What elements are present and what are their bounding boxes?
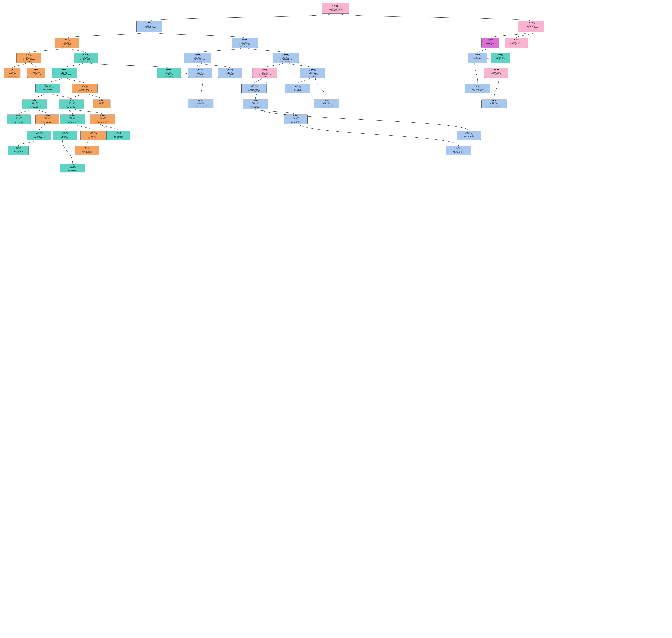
edge-n22-n15b [18,140,36,146]
node-n50: node #50Weight <= -0.44gini = 0.46sample… [184,53,211,63]
node-n51: node #51Height <= -0.5gini = 0.39samples… [188,68,212,78]
edge-n2-n10 [69,48,86,53]
node-n12: Height <= 2.05samples = 5.7%value = [0.1… [35,84,60,93]
edge-n67-n75 [315,78,326,100]
edge-n91-n89 [477,48,488,53]
node-n91: node #91Heightginisamples = 29.5%value =… [481,38,499,48]
edge-n60-n62 [254,78,262,84]
node-n28: node #28Weight <= 0.44gini = 0.44samples… [60,115,85,124]
node-n89: node #89samples = 2.6%value = [0.class =… [468,53,487,63]
node-n62: node #62Height <= -0.58gini = 0.49sample… [242,84,267,93]
node-n15b: node #15gini = 0.0samples = 0.2%value = … [8,146,29,155]
edge-n51-n55 [201,78,203,100]
edge-n3-n9 [31,63,36,68]
edge-n64-n70 [253,108,296,115]
edge-n49-n50 [198,48,242,53]
node-n11: node #11Weight <= -1.09gini = 0.61sample… [52,68,77,78]
edge-n20-n22 [39,123,45,131]
edge-n12-n14 [34,93,45,100]
edge-n29-n32 [63,140,73,164]
edge-n59-n60 [265,63,283,68]
edge-n1-n2 [67,32,147,38]
node-n3: node #3Height <= -1.08gini = 0.19samples… [16,53,41,63]
node-n1: node #1Weight <= -0.74gini = 0.7samples … [136,21,162,32]
edge-n50-n51 [195,63,200,68]
node-n81: node #81gini = 0.0samples = 2.1%value = … [481,100,507,108]
node-n26: node #26Weight <= -1.03gini = 0.49sample… [59,100,84,109]
edge-n11-n25 [67,78,85,84]
edge-n59-n67 [289,63,313,68]
node-n83: node #83gini = 0.0samples = 2.6%value = … [491,53,510,63]
edge-n25-n47 [88,93,102,100]
node-n77: node #77samples = 0.9%value = [1.0, 0.0]… [457,131,481,140]
node-n74: node #74gini = 0.0samples = 3.6%value = … [446,146,471,155]
node-n67: node #67Weight <= -0.04gini = 0.14sample… [300,68,325,78]
node-n8: nWeigHeightsamples = 6.0%value = [0.clas… [4,68,20,78]
edge-n28-n34 [76,123,93,131]
node-n70: node #70Weight <= -0.25gini = 0.02sample… [284,115,308,124]
node-n42: node #42gini = 0.0samples = 0.2%value = … [75,146,99,155]
node-n90: node #90gini = 0.0samples = 9.0%value = … [505,38,528,48]
node-n10: node #10Weight <= -0.82gini = 0.55sample… [73,53,98,63]
edge-n1-n49 [152,32,245,38]
node-n14: node #14Height <= -0.4gini = 0.26samples… [22,100,47,109]
edge-n89-n87 [475,63,478,84]
tree-container: node #0Weight <= 0.13gini = 0.7samples =… [0,0,672,638]
node-n20: node #20Height <= -1.21gini = 0.4samples… [35,115,59,124]
edge-n25-n26 [71,93,82,100]
edge-n70-n74 [298,123,459,146]
node-n29: node #29Weight <= -0.9gini = 0.24samples… [53,131,77,140]
node-n34: node #34Height <= -0.99gini = 0.41sample… [81,131,106,140]
edge-n50-n56 [200,63,230,68]
edge-n12-n26 [50,93,71,100]
node-n87: node #87gini = 0.0samples = 2.6%value = … [465,84,490,93]
node-n59: node #59Weight <= -0.54gini = 0.43sample… [273,53,299,63]
edge-n0-n82 [338,14,531,21]
edge-n88-n81 [494,78,499,100]
node-n82: node #82Weight <= 0.59gini = 0.15samples… [518,21,544,32]
edge-n10-n11 [65,63,83,68]
node-n49: node #49Weight <= -0.43gini = 0.48sample… [232,38,258,48]
edge-n3-n8 [12,63,26,68]
node-n25: node #25Weight <= 0.89gini = 0.65samples… [72,84,98,93]
node-n43: node #43gini = 0.5%samples = 0.5%value =… [106,131,130,140]
edge-n39-n43 [100,123,118,131]
edge-n11-n12 [48,78,62,84]
edge-n0-n1 [149,14,333,21]
node-n32: node #32gini = 0.0samples = 0.2%value = … [60,164,85,172]
node-n55: node #55gini = 0.2samples = 0.2%value = … [188,100,213,108]
node-n9: node #9gini = 0.0samples = 6.0%value =cl… [27,68,45,78]
node-n68: node #68Height <= 1.7samples = 15.6%valu… [285,84,310,93]
edge-n49-n59 [248,48,286,53]
edge-n14-n20 [37,108,47,115]
edge-n67-n68 [298,78,310,84]
node-n44: node #44Weight <= -0.gini = 0.07samples … [157,68,181,78]
edge-n2-n3 [29,48,64,53]
edge-n82-n90 [516,32,534,38]
node-n64: node #64Weight <= -0.15gini = 0.47sample… [243,100,268,109]
edge-n26-n28 [69,108,73,115]
edge-n26-n39 [74,108,103,115]
node-n0: node #0Weight <= 0.13gini = 0.7samples =… [322,3,349,14]
node-n60: node #60Height <= -0.62gini = 0.13sample… [252,68,277,78]
edge-n82-n91 [490,32,528,38]
node-n15a: node #15Height <= -1.35gini = 0.48sample… [7,115,31,124]
tree-svg [0,0,672,638]
edge-n14-n15a [19,108,32,115]
node-n2: node #2Weight <= -1.33gini = 0.55samples… [54,38,79,48]
node-n22: node #22Height <= 0.28gini = 0.32samples… [27,131,51,140]
edge-n28-n29 [65,123,70,131]
node-n47: node #47gini = 0.0samples =value = [1.0,… [93,100,111,108]
node-n88: node #88gini = 0.0samples = 5.0%value = … [484,68,508,78]
edge-n10-n44 [89,63,169,68]
edge-n34-n42 [87,140,91,146]
node-n39: node #39Weight <= -0.99gini = 0.24sample… [90,115,115,124]
node-n56: node #56Height <= 0.22gini = 0.5samples … [218,68,242,78]
node-n75: node #75gini = 0.24samples = 1.0%value =… [314,100,339,108]
